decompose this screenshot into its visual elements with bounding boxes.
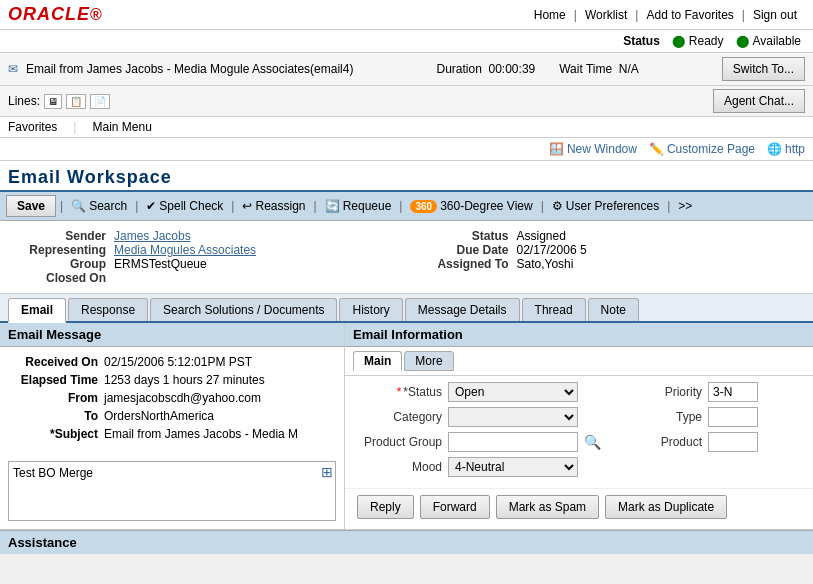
to-row: To OrdersNorthAmerica <box>8 409 336 423</box>
save-button[interactable]: Save <box>6 195 56 217</box>
detail-section: Sender James Jacobs Representing Media M… <box>0 221 813 294</box>
elapsed-value: 1253 days 1 hours 27 minutes <box>104 373 265 387</box>
mark-as-duplicate-button[interactable]: Mark as Duplicate <box>605 495 727 519</box>
status-label: Status <box>623 34 660 48</box>
requeue-icon: 🔄 <box>325 199 340 213</box>
sub-tab-more[interactable]: More <box>404 351 453 371</box>
oracle-logo: ORACLE® <box>8 4 103 25</box>
reply-button[interactable]: Reply <box>357 495 414 519</box>
available-label: Available <box>753 34 801 48</box>
switch-to-button[interactable]: Switch To... <box>722 57 805 81</box>
priority-input[interactable] <box>708 382 758 402</box>
tab-note[interactable]: Note <box>588 298 639 321</box>
forward-button[interactable]: Forward <box>420 495 490 519</box>
line-icon-3[interactable]: 📄 <box>90 94 110 109</box>
representing-value[interactable]: Media Mogules Associates <box>114 243 256 257</box>
tab-message_details[interactable]: Message Details <box>405 298 520 321</box>
line-icon-1[interactable]: 🖥 <box>44 94 62 109</box>
page-title: Email Workspace <box>8 167 805 188</box>
top-bar: ORACLE® Home | Worklist | Add to Favorit… <box>0 0 813 30</box>
product-group-input[interactable] <box>448 432 578 452</box>
product-label: Product <box>617 435 702 449</box>
line-icon-2[interactable]: 📋 <box>66 94 86 109</box>
add-favorites-link[interactable]: Add to Favorites <box>638 8 741 22</box>
tab-email[interactable]: Email <box>8 298 66 323</box>
product-group-label: Product Group <box>357 435 442 449</box>
view-360-item[interactable]: 360 360-Degree View <box>406 199 536 213</box>
tab-thread[interactable]: Thread <box>522 298 586 321</box>
email-body-area: Test BO Merge ⊞ <box>8 461 336 521</box>
main-content: Email Message Received On 02/15/2006 5:1… <box>0 323 813 530</box>
email-subject: Email from James Jacobs - Media Mogule A… <box>26 62 353 76</box>
tabs-bar: EmailResponseSearch Solutions / Document… <box>0 294 813 323</box>
more-item[interactable]: >> <box>674 199 696 213</box>
group-label: Group <box>16 257 106 271</box>
subject-label: *Subject <box>8 427 98 441</box>
customize-page-link[interactable]: ✏️ Customize Page <box>649 142 755 156</box>
sub-tab-main[interactable]: Main <box>353 351 402 371</box>
ready-icon: ⬤ <box>672 34 685 48</box>
http-link[interactable]: 🌐 http <box>767 142 805 156</box>
form-top-row: **Status Open Category Product Group 🔍 <box>357 382 801 482</box>
toolbar: Save | 🔍 Search | ✔ Spell Check | ↩ Reas… <box>0 190 813 221</box>
status-form-label: **Status <box>357 385 442 399</box>
worklist-link[interactable]: Worklist <box>577 8 635 22</box>
mood-label: Mood <box>357 460 442 474</box>
due-date-value: 02/17/2006 5 <box>517 243 587 257</box>
from-value: jamesjacobscdh@yahoo.com <box>104 391 261 405</box>
email-message-body: Received On 02/15/2006 5:12:01PM PST Ela… <box>0 347 344 453</box>
spell-check-item[interactable]: ✔ Spell Check <box>142 199 227 213</box>
oracle-logo-text: ORACLE <box>8 4 90 24</box>
status-bar: Status ⬤ Ready ⬤ Available <box>0 30 813 53</box>
type-row: Type <box>617 407 758 427</box>
user-preferences-item[interactable]: ⚙ User Preferences <box>548 199 663 213</box>
left-form-col: **Status Open Category Product Group 🔍 <box>357 382 601 482</box>
favorites-item[interactable]: Favorites <box>8 120 57 134</box>
subject-row: *Subject Email from James Jacobs - Media… <box>8 427 336 441</box>
to-label: To <box>8 409 98 423</box>
main-menu-item[interactable]: Main Menu <box>92 120 151 134</box>
action-bar: 🪟 New Window ✏️ Customize Page 🌐 http <box>0 138 813 161</box>
reassign-item[interactable]: ↩ Reassign <box>238 199 309 213</box>
tab-history[interactable]: History <box>339 298 402 321</box>
mood-select[interactable]: 4-Neutral <box>448 457 578 477</box>
mark-as-spam-button[interactable]: Mark as Spam <box>496 495 599 519</box>
tab-search_solutions[interactable]: Search Solutions / Documents <box>150 298 337 321</box>
category-select[interactable] <box>448 407 578 427</box>
spell-check-icon: ✔ <box>146 199 156 213</box>
from-row: From jamesjacobscdh@yahoo.com <box>8 391 336 405</box>
group-row: Group ERMSTestQueue <box>16 257 395 271</box>
search-icon: 🔍 <box>71 199 86 213</box>
top-navigation: Home | Worklist | Add to Favorites | Sig… <box>526 8 805 22</box>
new-window-link[interactable]: 🪟 New Window <box>549 142 637 156</box>
closed-on-label: Closed On <box>16 271 106 285</box>
due-date-row: Due Date 02/17/2006 5 <box>419 243 798 257</box>
search-toolbar-item[interactable]: 🔍 Search <box>67 199 131 213</box>
product-group-row: Product Group 🔍 <box>357 432 601 452</box>
http-icon: 🌐 <box>767 142 782 156</box>
info-right-buttons: Switch To... <box>722 57 805 81</box>
priority-label: Priority <box>617 385 702 399</box>
email-small-icon: ✉ <box>8 62 18 76</box>
duration-waittime: Duration 00:00:39 Wait Time N/A <box>436 62 638 76</box>
email-body-text: Test BO Merge <box>13 466 93 480</box>
right-form-col: Priority Type Product <box>617 382 758 482</box>
tab-response[interactable]: Response <box>68 298 148 321</box>
favorites-bar: Favorites | Main Menu <box>0 117 813 138</box>
assigned-row: Assigned To Sato,Yoshi <box>419 257 798 271</box>
home-link[interactable]: Home <box>526 8 574 22</box>
email-information-header: Email Information <box>345 323 813 347</box>
agent-chat-button[interactable]: Agent Chat... <box>713 89 805 113</box>
requeue-item[interactable]: 🔄 Requeue <box>321 199 396 213</box>
badge-360: 360 <box>410 200 437 213</box>
lines-section: Lines: 🖥 📋 📄 <box>8 94 110 109</box>
sign-out-link[interactable]: Sign out <box>745 8 805 22</box>
status-select[interactable]: Open <box>448 382 578 402</box>
product-group-search-icon[interactable]: 🔍 <box>584 434 601 450</box>
received-on-row: Received On 02/15/2006 5:12:01PM PST <box>8 355 336 369</box>
product-input[interactable] <box>708 432 758 452</box>
new-window-icon: 🪟 <box>549 142 564 156</box>
type-input[interactable] <box>708 407 758 427</box>
expand-icon[interactable]: ⊞ <box>321 464 333 480</box>
sender-value[interactable]: James Jacobs <box>114 229 191 243</box>
